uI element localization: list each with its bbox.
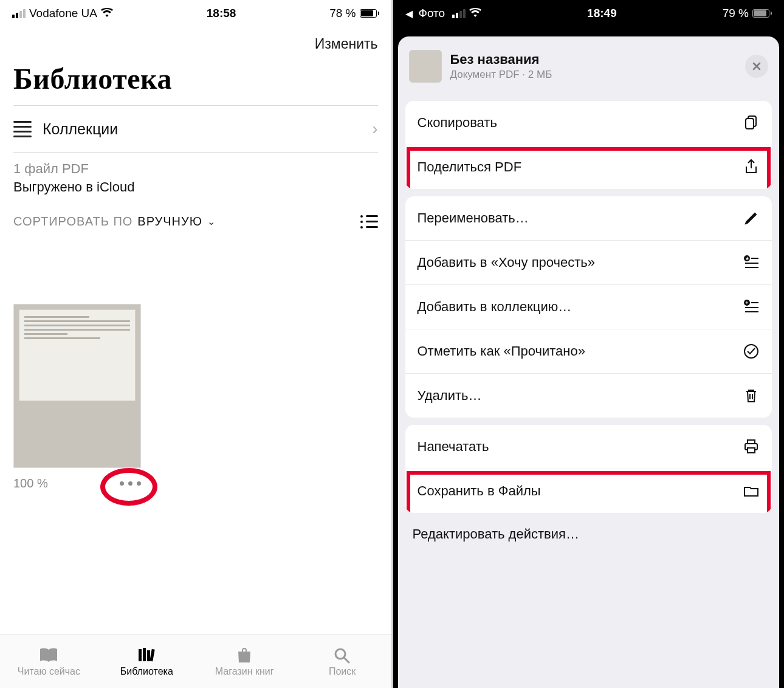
list-view-icon[interactable] xyxy=(360,215,378,229)
action-share-pdf[interactable]: Поделиться PDF xyxy=(405,145,772,189)
carrier-label: Vodafone UA xyxy=(29,7,97,20)
pencil-icon xyxy=(743,210,760,227)
page-title: Библиотека xyxy=(0,58,391,105)
tab-bar: Читаю сейчас Библиотека Магазин книг Пои… xyxy=(0,635,391,688)
sort-control[interactable]: СОРТИРОВАТЬ ПО ВРУЧНУЮ ⌄ xyxy=(0,206,391,237)
tab-label: Читаю сейчас xyxy=(18,666,80,677)
close-button[interactable] xyxy=(745,55,768,78)
tab-search[interactable]: Поиск xyxy=(294,635,391,688)
action-label: Удалить… xyxy=(418,388,482,404)
collections-lines-icon xyxy=(13,121,32,137)
svg-rect-21 xyxy=(748,448,755,453)
signal-icon xyxy=(12,9,26,18)
book-open-icon xyxy=(39,647,58,664)
tab-label: Магазин книг xyxy=(215,666,274,677)
action-label: Напечатать xyxy=(418,439,489,455)
back-app-label[interactable]: Фото xyxy=(419,7,445,20)
clock: 18:49 xyxy=(587,7,617,20)
action-rename[interactable]: Переименовать… xyxy=(405,196,772,240)
action-label: Переименовать… xyxy=(418,210,529,226)
action-label: Поделиться PDF xyxy=(418,159,522,175)
battery-percent: 78 % xyxy=(329,7,356,20)
svg-rect-7 xyxy=(746,119,754,129)
share-sheet: Без названия Документ PDF · 2 МБ Скопиро… xyxy=(398,36,780,688)
actions-group-3: Напечатать Сохранить в Файлы xyxy=(405,425,772,513)
edit-actions-button[interactable]: Редактировать действия… xyxy=(398,513,780,556)
wifi-icon xyxy=(101,7,113,20)
edit-actions-label: Редактировать действия… xyxy=(413,526,579,542)
svg-rect-3 xyxy=(150,648,155,661)
star-list-icon: ★ xyxy=(743,254,760,271)
battery-icon xyxy=(752,9,772,18)
action-save-to-files[interactable]: Сохранить в Файлы xyxy=(405,469,772,513)
tab-reading-now[interactable]: Читаю сейчас xyxy=(0,635,98,688)
action-label: Сохранить в Файлы xyxy=(418,483,541,499)
svg-text:+: + xyxy=(745,300,748,306)
collections-row[interactable]: Коллекции › xyxy=(0,106,391,152)
chevron-down-icon: ⌄ xyxy=(207,216,215,227)
library-screen: Vodafone UA 18:58 78 % Изменить Библиоте… xyxy=(0,0,393,688)
action-add-collection[interactable]: Добавить в коллекцию… + xyxy=(405,284,772,329)
svg-rect-0 xyxy=(139,649,142,661)
bag-icon xyxy=(235,647,254,664)
document-thumbnail xyxy=(409,50,442,83)
back-to-app-icon[interactable]: ◀ xyxy=(405,8,413,19)
action-label: Скопировать xyxy=(418,115,497,131)
sort-label: СОРТИРОВАТЬ ПО xyxy=(13,215,132,229)
printer-icon xyxy=(743,438,760,455)
share-icon xyxy=(743,159,760,176)
tab-label: Поиск xyxy=(329,666,356,677)
action-label: Добавить в «Хочу прочесть» xyxy=(418,255,596,270)
actions-group-2: Переименовать… Добавить в «Хочу прочесть… xyxy=(405,196,772,418)
action-label: Добавить в коллекцию… xyxy=(418,299,572,315)
books-icon xyxy=(137,647,156,664)
plus-list-icon: + xyxy=(743,298,760,315)
actions-group-1: Скопировать Поделиться PDF xyxy=(405,101,772,189)
close-icon xyxy=(752,61,762,71)
svg-rect-1 xyxy=(143,648,146,661)
svg-line-5 xyxy=(344,658,349,662)
reading-progress: 100 % xyxy=(13,476,48,490)
edit-button[interactable]: Изменить xyxy=(315,36,378,52)
battery-icon xyxy=(360,9,379,18)
action-print[interactable]: Напечатать xyxy=(405,425,772,469)
tab-library[interactable]: Библиотека xyxy=(98,635,196,688)
highlight-annotation xyxy=(100,468,157,506)
svg-rect-2 xyxy=(147,650,150,661)
status-bar: ◀ Фото 18:49 79 % xyxy=(393,0,785,27)
search-icon xyxy=(332,647,352,664)
clock: 18:58 xyxy=(207,7,236,20)
svg-text:★: ★ xyxy=(745,256,749,261)
action-delete[interactable]: Удалить… xyxy=(405,373,772,418)
more-options-button[interactable] xyxy=(120,481,141,486)
file-count: 1 файл PDF xyxy=(13,161,378,177)
status-bar: Vodafone UA 18:58 78 % xyxy=(0,0,391,27)
document-subtitle: Документ PDF · 2 МБ xyxy=(450,69,737,81)
folder-icon xyxy=(743,483,760,500)
battery-percent: 79 % xyxy=(723,7,749,20)
action-copy[interactable]: Скопировать xyxy=(405,101,772,145)
collections-label: Коллекции xyxy=(43,120,361,138)
document-title: Без названия xyxy=(450,52,737,67)
copy-icon xyxy=(743,114,760,131)
tab-store[interactable]: Магазин книг xyxy=(196,635,294,688)
share-sheet-screen: ◀ Фото 18:49 79 % Без названия Документ … xyxy=(393,0,785,688)
signal-icon xyxy=(452,9,466,18)
chevron-right-icon: › xyxy=(372,119,377,139)
wifi-icon xyxy=(469,7,481,20)
action-label: Отметить как «Прочитано» xyxy=(418,343,585,359)
svg-point-18 xyxy=(744,345,758,358)
action-want-to-read[interactable]: Добавить в «Хочу прочесть» ★ xyxy=(405,240,772,284)
book-thumbnail[interactable] xyxy=(13,304,141,468)
trash-icon xyxy=(743,387,760,404)
action-mark-read[interactable]: Отметить как «Прочитано» xyxy=(405,329,772,373)
icloud-status: Выгружено в iCloud xyxy=(13,179,378,195)
checkmark-circle-icon xyxy=(743,343,760,360)
sort-value: ВРУЧНУЮ xyxy=(137,215,202,229)
tab-label: Библиотека xyxy=(120,666,173,677)
